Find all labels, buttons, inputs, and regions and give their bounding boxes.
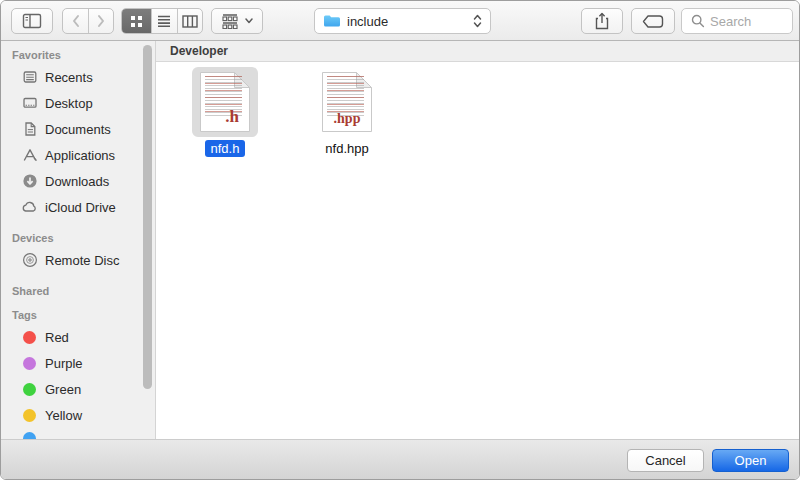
view-list-button[interactable] bbox=[151, 9, 176, 33]
documents-icon bbox=[21, 121, 38, 138]
sidebar-toggle-button[interactable] bbox=[11, 8, 53, 34]
sidebar-item-downloads[interactable]: Downloads bbox=[1, 168, 155, 194]
view-mode-control bbox=[121, 8, 203, 34]
list-view-icon bbox=[157, 15, 171, 27]
chevron-left-icon bbox=[71, 14, 81, 28]
sidebar-item-documents[interactable]: Documents bbox=[1, 116, 155, 142]
finder-open-dialog: include bbox=[0, 0, 800, 480]
cancel-button[interactable]: Cancel bbox=[627, 449, 704, 472]
chevron-right-icon bbox=[96, 14, 106, 28]
popup-chevrons-icon bbox=[473, 14, 482, 28]
sidebar-item-label: Remote Disc bbox=[45, 253, 119, 268]
sidebar-toggle-icon bbox=[22, 13, 42, 29]
icloud-icon bbox=[21, 199, 38, 216]
file-icon-selection: .h bbox=[192, 67, 258, 137]
sidebar-item-desktop[interactable]: Desktop bbox=[1, 90, 155, 116]
recents-icon bbox=[21, 69, 38, 86]
sidebar-item-tag-green[interactable]: Green bbox=[1, 376, 155, 402]
file-extension-label: .hpp bbox=[321, 111, 373, 127]
forward-button[interactable] bbox=[88, 9, 113, 33]
view-icons-button[interactable] bbox=[122, 9, 151, 33]
sidebar-section-devices: Devices bbox=[12, 232, 155, 244]
sidebar-section-tags: Tags bbox=[12, 309, 155, 321]
sidebar-item-tag-purple[interactable]: Purple bbox=[1, 350, 155, 376]
file-grid: .h nfd.h .hpp bbox=[156, 62, 799, 157]
sidebar-item-icloud-drive[interactable]: iCloud Drive bbox=[1, 194, 155, 220]
open-button[interactable]: Open bbox=[712, 449, 789, 472]
dialog-footer: Cancel Open bbox=[1, 439, 799, 479]
sidebar-item-remote-disc[interactable]: Remote Disc bbox=[1, 247, 155, 273]
share-button[interactable] bbox=[581, 8, 623, 34]
tag-color-dot bbox=[23, 383, 36, 396]
sidebar-item-label: Purple bbox=[45, 356, 83, 371]
sidebar: Favorites Recents bbox=[1, 41, 156, 439]
search-field bbox=[681, 8, 793, 34]
sidebar-scrollbar[interactable] bbox=[143, 45, 152, 389]
sidebar-item-label: Recents bbox=[45, 70, 93, 85]
share-icon bbox=[594, 12, 610, 30]
sidebar-item-label: Desktop bbox=[45, 96, 93, 111]
file-browser: Developer .h nfd.h bbox=[156, 41, 799, 439]
sidebar-item-tag-red[interactable]: Red bbox=[1, 324, 155, 350]
file-name: nfd.hpp bbox=[319, 140, 374, 157]
sidebar-section-favorites: Favorites bbox=[12, 49, 155, 61]
applications-icon bbox=[21, 147, 38, 164]
sidebar-item-tag-partial[interactable] bbox=[1, 428, 155, 439]
toolbar: include bbox=[1, 1, 799, 41]
group-arrange-icon bbox=[222, 14, 240, 29]
sidebar-item-recents[interactable]: Recents bbox=[1, 64, 155, 90]
sidebar-item-label: Green bbox=[45, 382, 81, 397]
location-popup[interactable]: include bbox=[314, 8, 491, 34]
sidebar-item-label: Yellow bbox=[45, 408, 82, 423]
sidebar-item-label: Red bbox=[45, 330, 69, 345]
downloads-icon bbox=[21, 173, 38, 190]
arrange-button[interactable] bbox=[211, 8, 263, 34]
icon-view-icon bbox=[130, 15, 143, 28]
sidebar-item-label: iCloud Drive bbox=[45, 200, 116, 215]
sidebar-item-applications[interactable]: Applications bbox=[1, 142, 155, 168]
view-columns-button[interactable] bbox=[177, 9, 202, 33]
tag-color-dot bbox=[23, 331, 36, 344]
file-name: nfd.h bbox=[205, 140, 246, 157]
file-icon-wrap: .hpp bbox=[314, 67, 380, 137]
file-item-nfd-hpp[interactable]: .hpp nfd.hpp bbox=[308, 67, 386, 157]
tag-icon bbox=[642, 15, 664, 28]
back-button[interactable] bbox=[63, 9, 88, 33]
disc-icon bbox=[21, 252, 38, 269]
file-item-nfd-h[interactable]: .h nfd.h bbox=[186, 67, 264, 157]
group-header: Developer bbox=[156, 41, 799, 62]
history-nav bbox=[62, 8, 114, 34]
folder-icon bbox=[323, 14, 341, 28]
sidebar-item-label: Applications bbox=[45, 148, 115, 163]
tag-color-dot bbox=[23, 409, 36, 422]
sidebar-section-shared: Shared bbox=[12, 285, 155, 297]
tags-button[interactable] bbox=[631, 8, 675, 34]
file-extension-label: .h bbox=[199, 107, 251, 127]
sidebar-item-tag-yellow[interactable]: Yellow bbox=[1, 402, 155, 428]
sidebar-item-label: Downloads bbox=[45, 174, 109, 189]
tag-color-dot bbox=[23, 357, 36, 370]
column-view-icon bbox=[182, 15, 198, 28]
sidebar-item-label: Documents bbox=[45, 122, 111, 137]
header-file-icon: .hpp bbox=[321, 71, 373, 133]
search-input[interactable] bbox=[681, 8, 793, 34]
desktop-icon bbox=[21, 95, 38, 112]
location-label: include bbox=[347, 14, 473, 29]
chevron-down-icon bbox=[245, 18, 253, 24]
header-file-icon: .h bbox=[199, 71, 251, 133]
tag-color-dot bbox=[23, 432, 36, 439]
